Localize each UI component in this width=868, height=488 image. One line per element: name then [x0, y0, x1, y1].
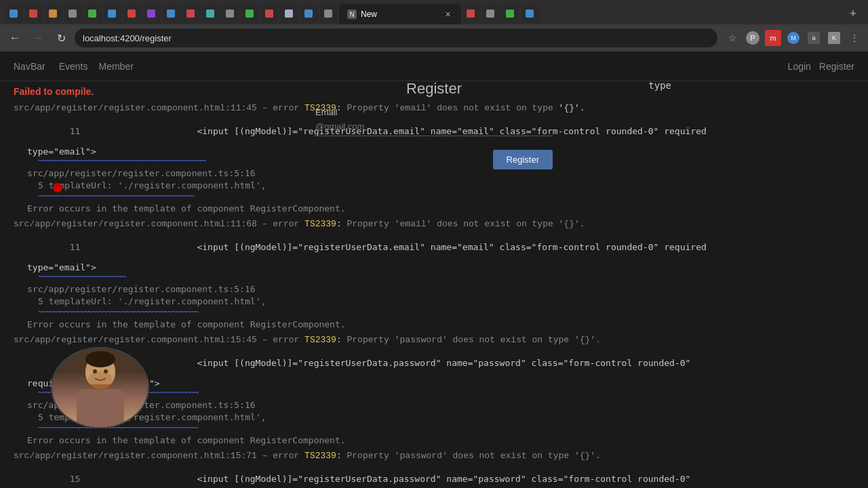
tab-2[interactable]: [25, 5, 43, 22]
member-link[interactable]: Member: [99, 61, 134, 72]
type-annotation: type: [648, 80, 671, 91]
tab-11[interactable]: [202, 5, 220, 22]
email-input-wrapper: [315, 117, 553, 136]
err2-sub-path: src/app/register/register.component.ts:5…: [0, 283, 868, 296]
active-tab-label: New: [361, 9, 377, 19]
err3-label: – error: [262, 335, 304, 345]
tab-15[interactable]: [281, 5, 298, 22]
svg-rect-1: [77, 389, 124, 428]
err4-path: src/app/register/register.component.html…: [14, 451, 257, 461]
register-title: Register: [315, 80, 553, 98]
err2-label: – error: [262, 219, 304, 229]
err4-msg: Property 'password' does not exist on ty…: [347, 451, 601, 461]
tab-18[interactable]: [462, 5, 480, 22]
tab-8[interactable]: [143, 5, 161, 22]
err1-type: '{}'.: [559, 103, 585, 113]
err2-code-line2: type="email">: [0, 262, 868, 272]
active-tab[interactable]: N New ✕: [339, 4, 461, 24]
tab-1[interactable]: [5, 5, 23, 22]
bookmark-icon[interactable]: ☆: [724, 30, 741, 46]
register-link[interactable]: Register: [819, 61, 854, 72]
err1-msg-line: Error occurs in the template of componen…: [0, 202, 868, 218]
error-row-4: src/app/register/register.component.html…: [0, 449, 868, 462]
menu-icon[interactable]: ⋮: [846, 30, 863, 46]
err3-msg: Property 'password' does not exist on ty…: [347, 335, 601, 345]
tab-13[interactable]: [241, 5, 259, 22]
login-btn[interactable]: Login: [788, 61, 811, 72]
tab-7[interactable]: [123, 5, 141, 22]
navbar-right: Login Register: [788, 61, 854, 72]
email-group: Email: [315, 107, 553, 136]
email-input[interactable]: [315, 121, 553, 131]
page-container: N New ✕ + ← → ↻ localhost:4200/register …: [0, 0, 868, 488]
email-label: Email: [315, 107, 553, 117]
err2-path: src/app/register/register.component.html…: [14, 219, 257, 229]
tab-10[interactable]: [182, 5, 200, 22]
err2-code-line: 11 <input [(ngModel)]="registerUserData.…: [0, 230, 868, 262]
tab-bar: N New ✕ +: [0, 0, 868, 24]
tab-21[interactable]: [521, 5, 539, 22]
err2-sub-line: 5 templateUrl: './register.component.htm…: [0, 296, 868, 307]
err1-label: – error: [262, 103, 304, 113]
err3-msg-line: Error occurs in the template of componen…: [0, 434, 868, 449]
after-tab-icons: [462, 5, 842, 24]
svg-point-5: [104, 369, 108, 373]
url-text: localhost:4200/register: [83, 33, 172, 43]
err2-msg-line: Error occurs in the template of componen…: [0, 318, 868, 333]
tab-16[interactable]: [300, 5, 318, 22]
tab-close-btn[interactable]: ✕: [442, 9, 453, 20]
extension-icon-4[interactable]: K: [826, 30, 842, 46]
extension-icon-1[interactable]: m: [765, 30, 781, 46]
tab-6[interactable]: [104, 5, 121, 22]
back-button[interactable]: ←: [5, 28, 24, 47]
tab-17[interactable]: [320, 5, 338, 22]
error-row-3: src/app/register/register.component.html…: [0, 333, 868, 346]
tab-3[interactable]: [45, 5, 62, 22]
extension-icon-2[interactable]: M: [785, 30, 802, 46]
err3-code: TS2339:: [304, 335, 342, 345]
err4-code-line: 15 <input [(ngModel)]="registerUserData.…: [0, 462, 868, 488]
error-row-2: src/app/register/register.component.html…: [0, 218, 868, 230]
err2-msg: Property 'email' does not exist on type …: [347, 219, 585, 229]
webcam-overlay: [51, 347, 149, 428]
tab-favicon: N: [347, 9, 357, 19]
err2-sub-squiggle: ~~~~~~~~~~~~~~~~~~~~~~~~~~~~~~~~~~~~~~~~…: [0, 307, 868, 318]
navbar-links: Events Member: [59, 61, 134, 72]
profile-icon[interactable]: P: [745, 30, 761, 46]
register-btn-wrapper: Register: [315, 150, 553, 169]
address-bar[interactable]: localhost:4200/register: [75, 28, 717, 47]
err2-code: TS2339:: [304, 219, 342, 229]
err3-path: src/app/register/register.component.html…: [14, 335, 257, 345]
recording-indicator: [53, 183, 62, 192]
refresh-button[interactable]: ↻: [52, 28, 71, 47]
err1-sub-squiggle: ~~~~~~~~~~~~~~~~~~~~~~~~~~~~~~~~~~~~~~~~…: [0, 191, 868, 202]
webcam-person-image: [52, 348, 148, 427]
pre-tab-icons: [5, 5, 338, 24]
tab-9[interactable]: [163, 5, 180, 22]
toolbar-icons: ☆ P m M a K ⋮: [724, 30, 863, 46]
navbar: NavBar Events Member Login Register: [0, 52, 868, 81]
tab-19[interactable]: [482, 5, 500, 22]
err1-path: src/app/register/register.component.html…: [14, 103, 257, 113]
svg-point-4: [93, 369, 97, 373]
err4-label: – error: [262, 451, 304, 461]
new-tab-button[interactable]: +: [844, 4, 863, 23]
navbar-brand: NavBar: [14, 61, 45, 72]
toolbar: ← → ↻ localhost:4200/register ☆ P m M a: [0, 24, 868, 52]
extension-icon-3[interactable]: a: [806, 30, 822, 46]
forward-button[interactable]: →: [28, 28, 47, 47]
err2-squiggle: ~~~~~~~~~~~~~~~~~~~~~~~: [0, 272, 868, 283]
register-form-overlay: Register Email Register: [315, 80, 553, 169]
register-button[interactable]: Register: [493, 150, 553, 169]
err1-sub-line: 5 templateUrl: './register.component.htm…: [0, 180, 868, 191]
tab-5[interactable]: [84, 5, 102, 22]
svg-point-6: [85, 351, 115, 367]
browser-chrome: N New ✕ + ← → ↻ localhost:4200/register …: [0, 0, 868, 52]
tab-20[interactable]: [502, 5, 519, 22]
tab-14[interactable]: [261, 5, 279, 22]
compile-error-text: Failed to compile.: [14, 86, 94, 97]
events-link[interactable]: Events: [59, 61, 88, 72]
tab-4[interactable]: [64, 5, 82, 22]
tab-12[interactable]: [222, 5, 239, 22]
err4-code: TS2339:: [304, 451, 342, 461]
